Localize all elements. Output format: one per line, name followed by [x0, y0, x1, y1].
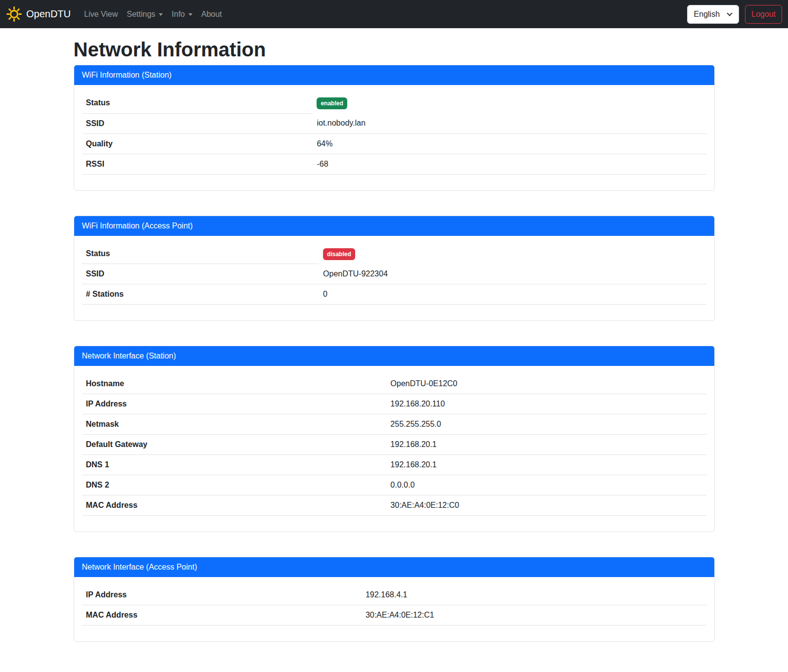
page-container: Network Information WiFi Information (St… [68, 38, 721, 662]
info-table: Status disabled SSID OpenDTU-922304 # St… [82, 244, 706, 305]
status-badge: disabled [323, 248, 355, 260]
table-row: Status disabled [82, 244, 706, 264]
language-select[interactable]: English [687, 5, 739, 24]
row-label: Status [82, 244, 320, 264]
nav-item-settings[interactable]: Settings [122, 6, 167, 23]
status-badge: enabled [317, 97, 347, 109]
table-row: MAC Address 30:AE:A4:0E:12:C1 [82, 605, 706, 626]
row-value: OpenDTU-0E12C0 [386, 374, 706, 394]
table-row: # Stations 0 [82, 284, 706, 305]
nav-links: Live View Settings Info About [80, 6, 227, 23]
nav-item-label: Settings [127, 10, 155, 19]
chevron-down-icon [727, 10, 732, 16]
brand-label: OpenDTU [26, 8, 71, 20]
row-value: 192.168.20.1 [386, 455, 706, 475]
row-label: MAC Address [82, 605, 362, 626]
page-title: Network Information [74, 38, 715, 61]
row-label: Default Gateway [82, 435, 387, 455]
card-body: Status enabled SSID iot.nobody.lan Quali… [74, 85, 714, 190]
card-header: Network Interface (Access Point) [74, 557, 714, 577]
row-value: 192.168.20.110 [386, 394, 706, 414]
nav-item-label: About [201, 10, 222, 19]
logout-button[interactable]: Logout [745, 5, 782, 24]
row-value: 0 [319, 284, 706, 305]
nav-item-live-view[interactable]: Live View [80, 6, 122, 23]
table-row: IP Address 192.168.4.1 [82, 585, 706, 605]
row-label: Hostname [82, 374, 387, 394]
row-label: RSSI [82, 154, 313, 174]
row-value: OpenDTU-922304 [319, 264, 706, 284]
table-row: Netmask 255.255.255.0 [82, 414, 706, 435]
table-row: Hostname OpenDTU-0E12C0 [82, 374, 706, 394]
caret-down-icon [188, 13, 192, 16]
table-row: Default Gateway 192.168.20.1 [82, 435, 706, 455]
brand[interactable]: OpenDTU [6, 6, 71, 22]
card-wifi-access-point: WiFi Information (Access Point) Status d… [74, 216, 715, 321]
info-table: Status enabled SSID iot.nobody.lan Quali… [82, 93, 706, 175]
card-wifi-station: WiFi Information (Station) Status enable… [74, 65, 715, 191]
table-row: Status enabled [82, 93, 706, 113]
table-row: SSID OpenDTU-922304 [82, 264, 706, 284]
row-label: DNS 2 [82, 475, 387, 495]
info-table: IP Address 192.168.4.1 MAC Address 30:AE… [82, 585, 706, 626]
card-header: WiFi Information (Access Point) [74, 216, 714, 236]
row-value: enabled [313, 93, 706, 113]
row-value: 64% [313, 134, 706, 154]
table-row: IP Address 192.168.20.110 [82, 394, 706, 414]
table-row: MAC Address 30:AE:A4:0E:12:C0 [82, 495, 706, 516]
row-value: 192.168.20.1 [386, 435, 706, 455]
row-label: # Stations [82, 284, 320, 305]
table-row: DNS 2 0.0.0.0 [82, 475, 706, 495]
row-label: SSID [82, 113, 313, 134]
row-value: disabled [319, 244, 706, 264]
nav-item-info[interactable]: Info [167, 6, 197, 23]
table-row: DNS 1 192.168.20.1 [82, 455, 706, 475]
nav-item-label: Live View [84, 10, 118, 19]
card-header: Network Interface (Station) [74, 346, 714, 366]
row-value: -68 [313, 154, 706, 174]
top-navbar: OpenDTU Live View Settings Info About En… [0, 0, 788, 28]
nav-item-about[interactable]: About [197, 6, 227, 23]
caret-down-icon [159, 13, 163, 16]
table-row: Quality 64% [82, 134, 706, 154]
card-network-interface-station: Network Interface (Station) Hostname Ope… [74, 346, 715, 532]
language-selected-label: English [694, 10, 720, 19]
row-label: MAC Address [82, 495, 387, 516]
row-label: DNS 1 [82, 455, 387, 475]
row-value: 255.255.255.0 [386, 414, 706, 435]
row-value: 192.168.4.1 [362, 585, 706, 605]
row-label: Netmask [82, 414, 387, 435]
row-value: iot.nobody.lan [313, 113, 706, 134]
card-body: Status disabled SSID OpenDTU-922304 # St… [74, 236, 714, 321]
table-row: SSID iot.nobody.lan [82, 113, 706, 134]
row-label: Quality [82, 134, 313, 154]
card-network-interface-access-point: Network Interface (Access Point) IP Addr… [74, 557, 715, 642]
card-body: Hostname OpenDTU-0E12C0 IP Address 192.1… [74, 366, 714, 532]
sun-icon [6, 6, 22, 22]
row-value: 30:AE:A4:0E:12:C1 [362, 605, 706, 626]
row-value: 30:AE:A4:0E:12:C0 [386, 495, 706, 516]
info-table: Hostname OpenDTU-0E12C0 IP Address 192.1… [82, 374, 706, 516]
nav-item-label: Info [172, 10, 185, 19]
row-label: SSID [82, 264, 320, 284]
card-header: WiFi Information (Station) [74, 65, 714, 85]
row-label: Status [82, 93, 313, 113]
row-label: IP Address [82, 585, 362, 605]
table-row: RSSI -68 [82, 154, 706, 174]
card-body: IP Address 192.168.4.1 MAC Address 30:AE… [74, 577, 714, 641]
row-value: 0.0.0.0 [386, 475, 706, 495]
row-label: IP Address [82, 394, 387, 414]
